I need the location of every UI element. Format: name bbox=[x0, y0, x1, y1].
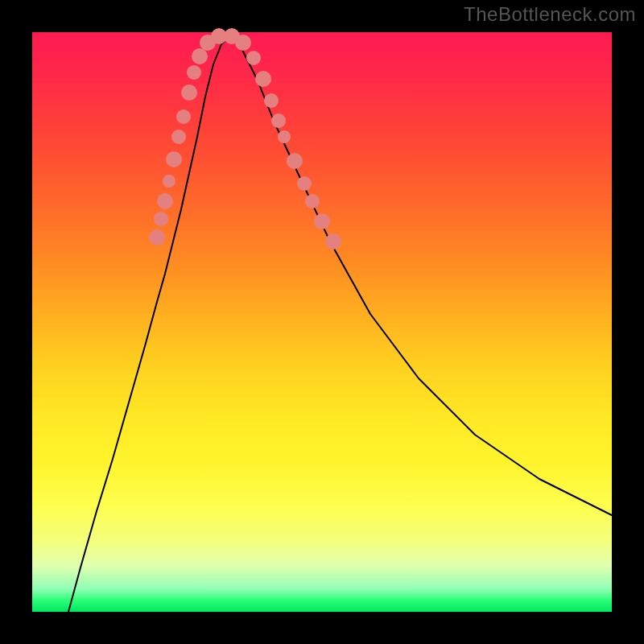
scatter-dot bbox=[314, 213, 330, 229]
scatter-dot bbox=[154, 212, 168, 226]
scatter-dot bbox=[181, 85, 197, 101]
scatter-dot bbox=[255, 71, 271, 87]
plot-svg bbox=[32, 32, 612, 612]
scatter-dot bbox=[149, 229, 165, 246]
chart-frame: TheBottleneck.com bbox=[0, 0, 644, 644]
plot-area bbox=[32, 32, 612, 612]
scatter-dot bbox=[163, 175, 175, 188]
watermark-text: TheBottleneck.com bbox=[464, 3, 636, 26]
scatter-dot bbox=[176, 109, 191, 124]
scatter-dot bbox=[264, 93, 279, 108]
scatter-dot bbox=[171, 130, 186, 144]
scatter-dot bbox=[192, 48, 208, 64]
scatter-dot bbox=[246, 51, 261, 65]
scatter-dot bbox=[235, 35, 251, 51]
bottleneck-curve bbox=[68, 36, 612, 612]
scatter-dot bbox=[305, 194, 320, 208]
scatter-dot bbox=[297, 176, 312, 191]
scatter-dot bbox=[325, 233, 341, 250]
scatter-dots bbox=[149, 28, 341, 250]
scatter-dot bbox=[166, 151, 182, 167]
scatter-dot bbox=[187, 65, 201, 80]
scatter-dot bbox=[287, 153, 303, 169]
scatter-dot bbox=[271, 114, 286, 128]
scatter-dot bbox=[157, 193, 173, 209]
scatter-dot bbox=[278, 130, 291, 143]
